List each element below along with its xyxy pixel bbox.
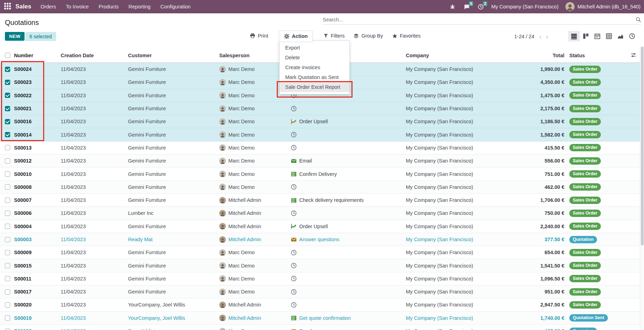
menu-to-invoice[interactable]: To Invoice	[66, 4, 89, 9]
activity-cell[interactable]: Check delivery requirements	[290, 197, 406, 203]
activity-cell[interactable]: Confirm Delivery	[290, 171, 406, 177]
row-checkbox[interactable]	[5, 263, 10, 268]
row-number[interactable]: S00003	[14, 237, 61, 242]
row-number[interactable]: S00010	[14, 171, 61, 177]
apps-grid-icon[interactable]	[4, 3, 12, 11]
activity-cell[interactable]	[290, 263, 406, 269]
scrollbar-thumb[interactable]	[641, 47, 644, 245]
column-header-customer[interactable]: Customer	[128, 53, 219, 58]
menu-configuration[interactable]: Configuration	[160, 4, 190, 9]
app-name[interactable]: Sales	[15, 3, 31, 10]
table-row[interactable]: S00009 11/04/2023 Gemini Furniture Marc …	[0, 246, 644, 259]
table-row[interactable]: S00015 11/04/2023 Gemini Furniture Marc …	[0, 259, 644, 272]
pager-next[interactable]: ›	[546, 32, 552, 40]
column-header-creation-date[interactable]: Creation Date	[61, 53, 128, 58]
action-menu-item-create-invoices[interactable]: Create invoices	[280, 62, 349, 72]
company-switcher[interactable]: My Company (San Francisco)	[491, 4, 558, 9]
view-pivot-button[interactable]	[603, 31, 615, 41]
activity-cell[interactable]	[290, 249, 406, 256]
row-number[interactable]: S00008	[14, 184, 61, 190]
table-row[interactable]: S00011 11/04/2023 Gemini Furniture Marc …	[0, 272, 644, 285]
table-row[interactable]: S00010 11/04/2023 Gemini Furniture Marc …	[0, 167, 644, 180]
row-checkbox[interactable]	[5, 224, 10, 229]
table-row[interactable]: S00005 11/04/2023 Deco Addict Marc Demo …	[0, 325, 644, 330]
action-menu-item-sale-order-excel-report[interactable]: Sale Order Excel Report	[280, 82, 349, 92]
search-input[interactable]	[323, 17, 636, 22]
table-row[interactable]: S00016 11/04/2023 Gemini Furniture Marc …	[0, 115, 644, 128]
column-header-status[interactable]: Status	[564, 53, 635, 58]
filters-button[interactable]: Filters	[323, 33, 344, 39]
row-number[interactable]: S00007	[14, 197, 61, 203]
activity-cell[interactable]	[290, 145, 406, 151]
table-row[interactable]: S00019 11/04/2023 YourCompany, Joel Will…	[0, 312, 644, 325]
vertical-scrollbar[interactable]	[640, 46, 644, 330]
column-header-number[interactable]: Number	[14, 53, 61, 58]
row-checkbox[interactable]	[5, 276, 10, 281]
user-menu[interactable]: Mitchell Admin (db_16_540)	[577, 4, 640, 9]
row-checkbox[interactable]	[5, 289, 10, 295]
row-number[interactable]: S00011	[14, 276, 61, 282]
column-header-total[interactable]: Total	[531, 53, 564, 58]
print-button[interactable]: Print	[250, 33, 268, 39]
row-number[interactable]: S00020	[14, 302, 61, 308]
row-number[interactable]: S00013	[14, 145, 61, 151]
table-row[interactable]: S00003 11/04/2023 Ready Mat Mitchell Adm…	[0, 233, 644, 246]
selected-count-chip[interactable]: 6 selected	[25, 32, 56, 41]
row-number[interactable]: S00024	[14, 66, 61, 72]
row-checkbox[interactable]	[5, 106, 10, 111]
table-row[interactable]: S00004 11/04/2023 Gemini Furniture Mitch…	[0, 220, 644, 233]
action-menu-item-export[interactable]: Export	[280, 43, 349, 53]
activity-cell[interactable]: Get quote confirmation	[290, 315, 406, 321]
group-by-button[interactable]: Group By	[354, 33, 383, 39]
table-row[interactable]: S00008 11/04/2023 Gemini Furniture Marc …	[0, 181, 644, 194]
row-checkbox[interactable]	[5, 237, 10, 242]
action-button[interactable]: Action	[279, 31, 313, 42]
activity-cell[interactable]	[290, 276, 406, 282]
column-header-company[interactable]: Company	[406, 53, 531, 58]
activity-cell[interactable]	[290, 132, 406, 138]
view-activity-button[interactable]	[626, 31, 638, 41]
row-number[interactable]: S00015	[14, 263, 61, 269]
activity-cell[interactable]: Answer questions	[290, 236, 406, 243]
row-checkbox[interactable]	[5, 198, 10, 203]
table-row[interactable]: S00012 11/04/2023 Gemini Furniture Marc …	[0, 154, 644, 167]
row-number[interactable]: S00019	[14, 315, 61, 321]
row-checkbox[interactable]	[5, 315, 10, 321]
row-checkbox[interactable]	[5, 171, 10, 177]
row-checkbox[interactable]	[5, 158, 10, 164]
row-checkbox[interactable]	[5, 250, 10, 255]
row-number[interactable]: S00023	[14, 79, 61, 85]
activity-cell[interactable]	[290, 302, 406, 308]
row-checkbox[interactable]	[5, 93, 10, 98]
search-bar[interactable]	[323, 17, 641, 25]
table-row[interactable]: S00007 11/04/2023 Gemini Furniture Mitch…	[0, 194, 644, 207]
activity-cell[interactable]: Order Upsell	[290, 223, 406, 230]
row-number[interactable]: S00006	[14, 210, 61, 216]
activity-cell[interactable]: Email	[290, 158, 406, 164]
row-checkbox[interactable]	[5, 329, 10, 330]
row-number[interactable]: S00014	[14, 132, 61, 138]
row-checkbox[interactable]	[5, 119, 10, 124]
messages-icon[interactable]: 5	[463, 3, 470, 10]
activity-cell[interactable]	[290, 184, 406, 190]
row-number[interactable]: S00016	[14, 119, 61, 124]
menu-orders[interactable]: Orders	[40, 4, 56, 9]
favorites-button[interactable]: Favorites	[392, 33, 421, 39]
view-list-button[interactable]	[568, 31, 580, 41]
activity-cell[interactable]	[290, 210, 406, 216]
pager-previous[interactable]: ‹	[539, 32, 546, 40]
activities-icon[interactable]: 2	[477, 3, 484, 10]
search-icon[interactable]	[636, 17, 641, 22]
view-calendar-button[interactable]	[591, 31, 603, 41]
select-all-checkbox[interactable]	[5, 53, 10, 58]
activity-cell[interactable]: Order Upsell	[290, 118, 406, 125]
row-checkbox[interactable]	[5, 302, 10, 308]
table-row[interactable]: S00013 11/04/2023 Gemini Furniture Marc …	[0, 141, 644, 154]
row-number[interactable]: S00012	[14, 158, 61, 164]
row-checkbox[interactable]	[5, 145, 10, 150]
view-kanban-button[interactable]	[580, 31, 591, 41]
row-number[interactable]: S00009	[14, 250, 61, 255]
bug-icon[interactable]	[449, 3, 456, 10]
table-row[interactable]: S00021 11/04/2023 Gemini Furniture Marc …	[0, 102, 644, 115]
activity-cell[interactable]	[290, 105, 406, 112]
